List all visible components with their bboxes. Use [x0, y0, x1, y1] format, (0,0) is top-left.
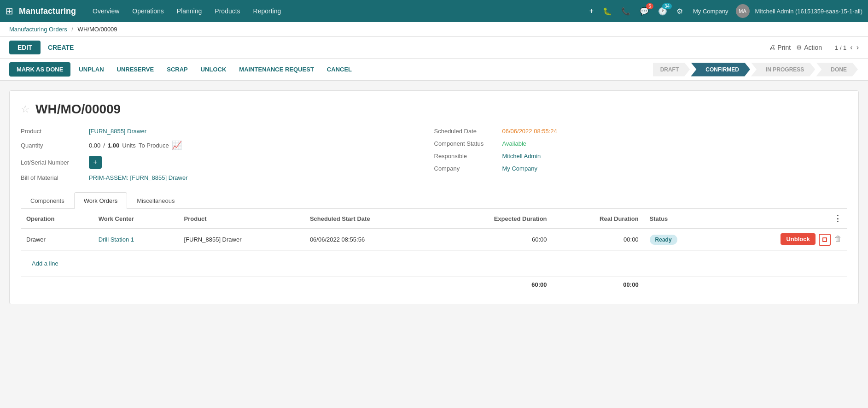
- scheduled-date-row: Scheduled Date 06/06/2022 08:55:24: [434, 128, 848, 135]
- col-header-options: ⋮: [715, 209, 847, 229]
- responsible-row: Responsible Mitchell Admin: [434, 153, 848, 160]
- action-label: Action: [804, 44, 822, 51]
- avatar[interactable]: MA: [736, 4, 750, 18]
- chat-icon-button[interactable]: 💬 5: [637, 5, 652, 18]
- pipeline-draft: DRAFT: [653, 63, 690, 77]
- chat-badge: 5: [646, 3, 653, 9]
- lot-label: Lot/Serial Number: [21, 159, 85, 166]
- footer-real-total: 00:00: [553, 276, 644, 293]
- company-value[interactable]: My Company: [502, 165, 538, 172]
- responsible-label: Responsible: [434, 153, 499, 160]
- print-button[interactable]: 🖨 Print: [769, 44, 791, 51]
- cancel-button[interactable]: CANCEL: [322, 62, 356, 77]
- footer-filler: [644, 276, 847, 293]
- table-options-icon[interactable]: ⋮: [833, 214, 842, 223]
- col-header-expected-duration: Expected Duration: [435, 209, 553, 229]
- delete-row-button[interactable]: 🗑: [834, 235, 842, 243]
- app-brand[interactable]: Manufacturing: [19, 6, 76, 16]
- prev-button[interactable]: ‹: [850, 43, 852, 52]
- pagination-count: 1 / 1: [835, 44, 846, 51]
- form-right-column: Scheduled Date 06/06/2022 08:55:24 Compo…: [434, 128, 848, 181]
- cell-scheduled-start: 06/06/2022 08:55:56: [304, 229, 435, 251]
- qty-current[interactable]: 0.00: [89, 142, 100, 149]
- next-button[interactable]: ›: [856, 43, 859, 52]
- unblock-button[interactable]: Unblock: [781, 233, 815, 245]
- qty-action: To Produce: [139, 142, 169, 149]
- nav-planning[interactable]: Planning: [171, 5, 208, 18]
- breadcrumb-parent[interactable]: Manufacturing Orders: [9, 26, 67, 33]
- tab-miscellaneous[interactable]: Miscellaneous: [127, 192, 184, 209]
- breadcrumb-separator: /: [71, 26, 73, 33]
- clock-icon-button[interactable]: 🕐 34: [655, 5, 670, 18]
- company-name[interactable]: My Company: [693, 8, 728, 15]
- open-order-button[interactable]: [819, 234, 831, 246]
- print-label: Print: [777, 44, 791, 51]
- qty-unit: Units: [122, 142, 136, 149]
- scheduled-date-value[interactable]: 06/06/2022 08:55:24: [502, 128, 557, 135]
- col-header-operation: Operation: [21, 209, 93, 229]
- cell-work-center: Drill Station 1: [93, 229, 179, 251]
- status-badge: Ready: [650, 235, 677, 245]
- cell-product: [FURN_8855] Drawer: [179, 229, 304, 251]
- work-center-link[interactable]: Drill Station 1: [99, 236, 134, 243]
- edit-button[interactable]: EDIT: [9, 41, 41, 54]
- add-line-button[interactable]: Add a line: [26, 255, 64, 272]
- bom-label: Bill of Material: [21, 174, 85, 181]
- action-bar: EDIT CREATE 🖨 Print ⚙ Action 1 / 1 ‹ ›: [0, 37, 868, 59]
- nav-overview[interactable]: Overview: [87, 5, 125, 18]
- status-pipeline: DRAFT CONFIRMED IN PROGRESS DONE: [653, 63, 859, 77]
- responsible-value[interactable]: Mitchell Admin: [502, 153, 541, 160]
- maintenance-request-button[interactable]: MAINTENANCE REQUEST: [234, 62, 319, 77]
- quantity-label: Quantity: [21, 142, 85, 149]
- tab-components[interactable]: Components: [21, 192, 74, 209]
- bom-row: Bill of Material PRIM-ASSEM: [FURN_8855]…: [21, 174, 434, 181]
- print-icon: 🖨: [769, 44, 775, 51]
- nav-reporting[interactable]: Reporting: [248, 5, 287, 18]
- gear-icon: ⚙: [796, 44, 802, 51]
- breadcrumb-current: WH/MO/00009: [78, 26, 117, 33]
- action-button[interactable]: ⚙ Action: [796, 44, 822, 51]
- footer-empty: [21, 276, 435, 293]
- company-row: Company My Company: [434, 165, 848, 172]
- nav-operations[interactable]: Operations: [127, 5, 169, 18]
- component-status-label: Component Status: [434, 140, 499, 147]
- phone-icon-button[interactable]: 📞: [618, 5, 633, 18]
- status-bar: MARK AS DONE UNPLAN UNRESERVE SCRAP UNLO…: [0, 59, 868, 81]
- cell-status: Ready: [644, 229, 715, 251]
- form-left-column: Product [FURN_8855] Drawer Quantity 0.00…: [21, 128, 434, 181]
- pipeline-done: DONE: [816, 63, 858, 77]
- grid-icon[interactable]: ⊞: [6, 6, 13, 17]
- mark-as-done-button[interactable]: MARK AS DONE: [9, 62, 70, 77]
- bug-icon-button[interactable]: 🐛: [600, 5, 615, 18]
- favorite-star-icon[interactable]: ☆: [21, 103, 30, 115]
- lot-row: Lot/Serial Number +: [21, 156, 434, 169]
- bom-value[interactable]: PRIM-ASSEM: [FURN_8855] Drawer: [89, 174, 188, 181]
- nav-products[interactable]: Products: [209, 5, 245, 18]
- col-header-scheduled-start: Scheduled Start Date: [304, 209, 435, 229]
- main-menu: Overview Operations Planning Products Re…: [87, 5, 585, 18]
- unlock-button[interactable]: UNLOCK: [196, 62, 231, 77]
- tab-work-orders[interactable]: Work Orders: [74, 192, 127, 209]
- settings-icon-button[interactable]: ⚙: [674, 5, 686, 18]
- form-fields: Product [FURN_8855] Drawer Quantity 0.00…: [21, 128, 847, 181]
- unreserve-button[interactable]: UNRESERVE: [112, 62, 159, 77]
- unplan-button[interactable]: UNPLAN: [74, 62, 108, 77]
- pipeline-in-progress: IN PROGRESS: [751, 63, 815, 77]
- form-card: ☆ WH/MO/00009 Product [FURN_8855] Drawer…: [9, 90, 859, 304]
- tabs: Components Work Orders Miscellaneous: [21, 192, 847, 209]
- product-value[interactable]: [FURN_8855] Drawer: [89, 128, 146, 135]
- lot-add-button[interactable]: +: [89, 156, 102, 169]
- clock-badge: 34: [662, 3, 672, 9]
- scrap-button[interactable]: SCRAP: [162, 62, 192, 77]
- qty-target[interactable]: 1.00: [108, 142, 119, 149]
- cell-operation: Drawer: [21, 229, 93, 251]
- component-status-value: Available: [502, 140, 527, 147]
- add-icon-button[interactable]: +: [587, 5, 596, 17]
- footer-expected-total: 60:00: [435, 276, 553, 293]
- create-button[interactable]: CREATE: [46, 41, 76, 54]
- username[interactable]: Mitchell Admin (16151359-saas-15-1-all): [755, 8, 862, 15]
- cell-expected-duration: 60:00: [435, 229, 553, 251]
- qty-separator: /: [103, 142, 105, 149]
- chart-icon[interactable]: 📈: [172, 140, 182, 150]
- topnav-icons: + 🐛 📞 💬 5 🕐 34 ⚙ My Company MA Mitchell …: [587, 4, 862, 18]
